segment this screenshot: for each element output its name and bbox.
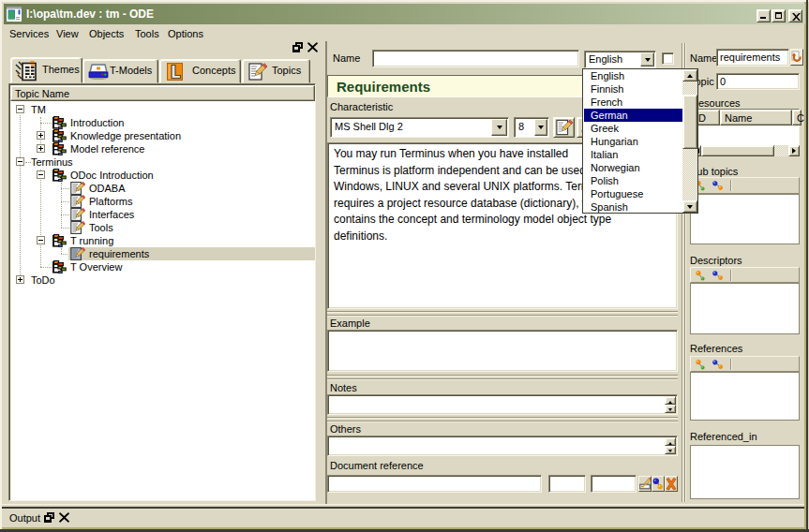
docref-page-input[interactable]	[548, 475, 586, 493]
output-float-button[interactable]	[44, 512, 55, 523]
docref-pos-input[interactable]	[591, 475, 637, 493]
language-option-english[interactable]: English	[584, 69, 683, 82]
dropdown-scrollbar[interactable]	[682, 69, 697, 213]
language-option-finnish[interactable]: Finnish	[584, 82, 683, 96]
language-option-norwegian[interactable]: Norwegian	[584, 161, 683, 174]
tree-item-tm[interactable]: TM	[10, 103, 315, 116]
tree-item-introduction[interactable]: Introduction	[10, 116, 315, 129]
tree-expand-button[interactable]	[37, 144, 45, 153]
tab-themes[interactable]: Themes	[10, 57, 82, 83]
descriptors-list[interactable]	[690, 283, 800, 334]
language-combo[interactable]: English	[584, 51, 656, 68]
tab-concepts[interactable]: Concepts	[159, 59, 241, 83]
tree-item-model-reference[interactable]: Model reference	[10, 142, 315, 155]
dropdown-scroll-down-button[interactable]	[682, 200, 697, 213]
tree-item-plaftorms[interactable]: Plaftorms	[10, 195, 315, 208]
tab-topics[interactable]: Topics	[242, 59, 310, 83]
tree-expand-button[interactable]	[37, 131, 45, 140]
language-option-greek[interactable]: Greek	[584, 122, 683, 135]
tree-item-knowledge-presentation[interactable]: Knowledge presentation	[10, 129, 315, 142]
tree-collapse-button[interactable]	[37, 170, 45, 179]
topic-name-button[interactable]	[790, 49, 803, 66]
docref-link-button[interactable]	[652, 476, 665, 492]
example-textarea[interactable]	[327, 330, 678, 372]
language-combo-arrow[interactable]	[640, 52, 654, 66]
font-combo-arrow[interactable]	[491, 119, 507, 136]
language-checkbox[interactable]	[662, 52, 674, 65]
references-insert-button[interactable]	[695, 359, 709, 371]
tree-expand-button[interactable]	[16, 275, 24, 284]
references-select-button[interactable]	[712, 359, 726, 371]
font-size-combo-arrow[interactable]	[534, 119, 547, 136]
language-option-spanish[interactable]: Spanish	[584, 200, 683, 213]
splitter-2[interactable]	[327, 375, 678, 377]
others-input[interactable]	[327, 436, 678, 456]
splitter-2b[interactable]	[327, 378, 678, 380]
dropdown-scroll-thumb[interactable]	[682, 95, 697, 149]
docref-sign-button[interactable]	[638, 476, 652, 492]
tab-t-models[interactable]: T-Models	[82, 59, 158, 83]
output-close-button[interactable]	[59, 512, 69, 523]
menu-item-options[interactable]: Options	[168, 28, 203, 39]
tree-item-odaba[interactable]: ODABA	[10, 182, 315, 195]
descriptors-select-button[interactable]	[712, 270, 726, 282]
tree-item-todo[interactable]: ToDo	[10, 273, 315, 287]
output-label: Output	[9, 512, 40, 524]
menu-item-objects[interactable]: Objects	[89, 28, 124, 39]
panel-float-button[interactable]	[292, 42, 304, 52]
tree-item-interfaces[interactable]: Interfaces	[10, 208, 315, 221]
subtopics-select-button[interactable]	[712, 180, 726, 192]
maximize-button[interactable]	[772, 9, 786, 22]
hscroll-thumb[interactable]	[701, 145, 774, 156]
references-list[interactable]	[690, 372, 800, 421]
topic-name-input[interactable]: requirements	[716, 49, 789, 66]
tree-collapse-button[interactable]	[16, 157, 24, 166]
splitter-3[interactable]	[327, 417, 678, 419]
dropdown-scroll-up-button[interactable]	[682, 69, 697, 81]
language-option-hungarian[interactable]: Hungarian	[584, 135, 683, 148]
docref-delete-button[interactable]	[665, 476, 678, 492]
editor-name-input[interactable]	[372, 50, 579, 67]
resources-column-name[interactable]: Name	[720, 110, 792, 126]
tree-item-t-overview[interactable]: T Overview	[10, 260, 315, 273]
minimize-button[interactable]	[757, 9, 771, 22]
resources-hscrollbar[interactable]	[690, 145, 800, 156]
close-button[interactable]	[788, 9, 802, 22]
language-option-german[interactable]: German	[584, 109, 683, 122]
tree-collapse-button[interactable]	[16, 105, 24, 113]
referenced-in-list[interactable]	[690, 445, 800, 499]
tree-item-tools[interactable]: Tools	[10, 221, 315, 234]
hscroll-right-button[interactable]	[788, 145, 800, 156]
tree-item-terminus[interactable]: Terminus	[10, 155, 315, 169]
language-option-french[interactable]: French	[584, 96, 683, 109]
tree-item-requirements[interactable]: requirements	[68, 247, 315, 260]
tree-column-header[interactable]: Topic Name	[10, 85, 315, 101]
topic-number-input[interactable]: 0	[716, 73, 800, 90]
notes-input[interactable]	[327, 394, 678, 415]
splitter-3b[interactable]	[327, 421, 678, 422]
language-option-italian[interactable]: Italian	[584, 148, 683, 161]
title-bar[interactable]: l:\opa\tm.dev : tm - ODE	[4, 4, 805, 24]
language-option-portuguese[interactable]: Portuguese	[584, 187, 683, 200]
notes-spin-down[interactable]	[665, 405, 676, 413]
tree-item-odoc-introduction[interactable]: ODoc Introduction	[10, 169, 315, 182]
subtopics-list[interactable]	[690, 194, 800, 244]
docref-input[interactable]	[327, 475, 542, 493]
notes-spin-up[interactable]	[665, 396, 676, 405]
splitter-1b[interactable]	[327, 315, 678, 317]
menu-item-view[interactable]: View	[56, 28, 79, 39]
panel-close-button[interactable]	[307, 42, 318, 52]
menu-item-services[interactable]: Services	[9, 28, 49, 39]
descriptors-insert-button[interactable]	[695, 270, 709, 282]
edit-characteristic-button[interactable]	[553, 117, 575, 138]
tree-item-t-running[interactable]: T running	[10, 234, 315, 247]
font-size-combo[interactable]: 8	[514, 117, 549, 138]
resources-column-c[interactable]: C	[792, 110, 802, 126]
others-spin-down[interactable]	[665, 446, 676, 454]
menu-item-tools[interactable]: Tools	[135, 28, 159, 39]
splitter-1[interactable]	[327, 311, 678, 313]
language-option-polish[interactable]: Polish	[584, 174, 683, 187]
others-spin-up[interactable]	[665, 437, 676, 446]
tree-collapse-button[interactable]	[37, 236, 45, 244]
font-combo[interactable]: MS Shell Dlg 2	[330, 117, 509, 138]
